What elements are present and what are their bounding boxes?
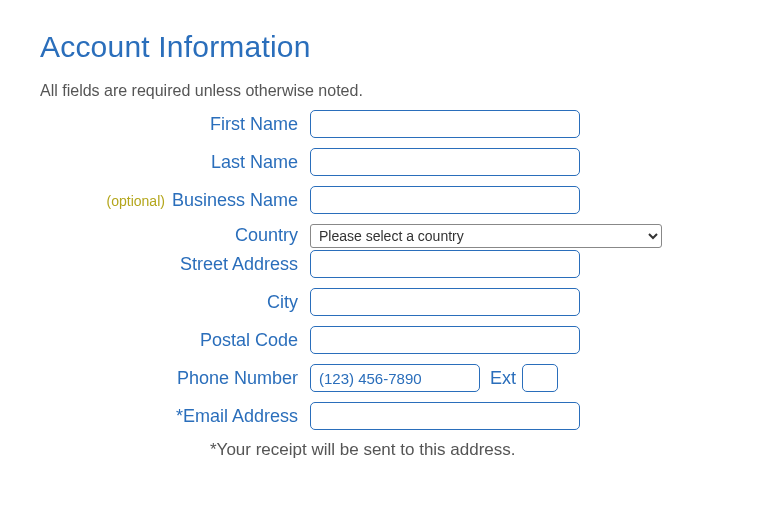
required-note: All fields are required unless otherwise… bbox=[40, 82, 728, 100]
label-postal-code: Postal Code bbox=[40, 330, 310, 351]
row-email-address: *Email Address bbox=[40, 402, 728, 430]
phone-number-field[interactable] bbox=[310, 364, 480, 392]
label-city: City bbox=[40, 292, 310, 313]
label-ext: Ext bbox=[490, 368, 516, 389]
label-first-name: First Name bbox=[40, 114, 310, 135]
row-first-name: First Name bbox=[40, 110, 728, 138]
city-field[interactable] bbox=[310, 288, 580, 316]
country-select[interactable]: Please select a country bbox=[310, 224, 662, 248]
email-address-field[interactable] bbox=[310, 402, 580, 430]
row-business-name: (optional) Business Name bbox=[40, 186, 728, 214]
row-country: Country Please select a country bbox=[40, 224, 728, 248]
row-city: City bbox=[40, 288, 728, 316]
row-postal-code: Postal Code bbox=[40, 326, 728, 354]
business-name-field[interactable] bbox=[310, 186, 580, 214]
label-street-address: Street Address bbox=[40, 254, 310, 275]
label-email-address: *Email Address bbox=[40, 406, 310, 427]
row-street-address: Street Address bbox=[40, 250, 728, 278]
page-title: Account Information bbox=[40, 30, 728, 64]
label-last-name: Last Name bbox=[40, 152, 310, 173]
email-footnote: *Your receipt will be sent to this addre… bbox=[40, 440, 728, 460]
postal-code-field[interactable] bbox=[310, 326, 580, 354]
row-phone-number: Phone Number Ext bbox=[40, 364, 728, 392]
phone-ext-field[interactable] bbox=[522, 364, 558, 392]
label-business-name-text: Business Name bbox=[172, 190, 298, 210]
first-name-field[interactable] bbox=[310, 110, 580, 138]
label-business-name: (optional) Business Name bbox=[40, 190, 310, 211]
street-address-field[interactable] bbox=[310, 250, 580, 278]
label-country: Country bbox=[40, 226, 310, 246]
row-last-name: Last Name bbox=[40, 148, 728, 176]
label-phone-number: Phone Number bbox=[40, 368, 310, 389]
last-name-field[interactable] bbox=[310, 148, 580, 176]
optional-tag: (optional) bbox=[107, 193, 165, 209]
